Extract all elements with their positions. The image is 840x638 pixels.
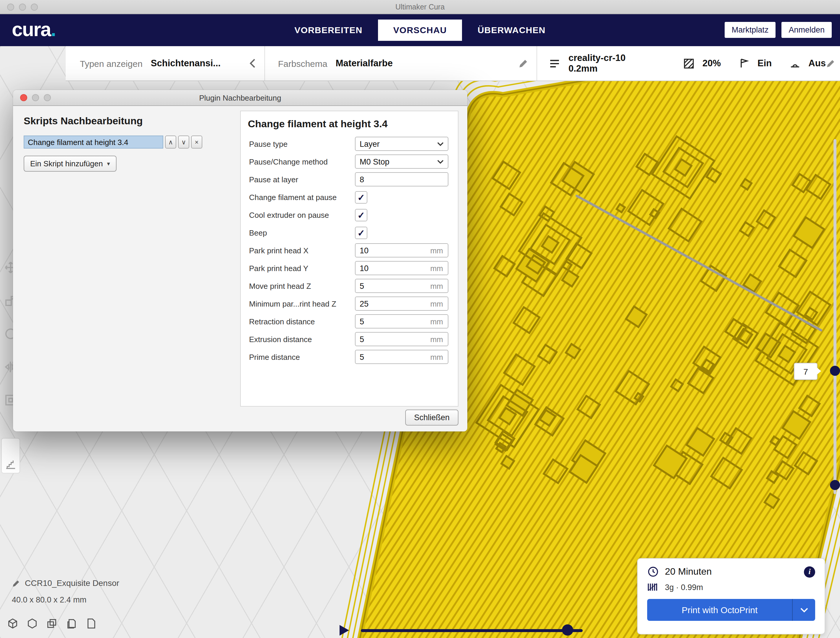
print-profile-icon xyxy=(549,58,560,68)
adhesion-value[interactable]: Aus xyxy=(808,58,826,69)
input-value: 8 xyxy=(360,175,364,184)
mesh-type-panel[interactable] xyxy=(1,438,20,473)
rename-model-icon[interactable] xyxy=(12,579,20,590)
park-head-x-input[interactable]: 10mm xyxy=(355,243,448,258)
field-label: Move print head Z xyxy=(241,282,355,290)
edit-settings-pencil-icon[interactable] xyxy=(826,58,835,68)
object-cube-outline-icon[interactable] xyxy=(27,618,38,629)
min-park-head-z-input[interactable]: 25mm xyxy=(355,296,448,311)
layer-slider-top-handle[interactable] xyxy=(830,366,840,376)
edit-pencil-icon[interactable] xyxy=(518,58,528,68)
dialog-titlebar[interactable]: Plugin Nachbearbeitung xyxy=(13,90,467,106)
layer-number-tooltip: 7 xyxy=(794,363,818,380)
check-icon: ✓ xyxy=(357,228,365,237)
unit-label: mm xyxy=(430,264,443,272)
unit-label: mm xyxy=(430,317,443,326)
scripts-heading: Skripts Nachbearbeitung xyxy=(24,116,231,127)
support-value[interactable]: Ein xyxy=(758,58,772,69)
input-value: 5 xyxy=(360,335,364,344)
infill-icon xyxy=(683,58,694,69)
layer-slider-bottom-handle[interactable] xyxy=(830,480,840,490)
chevron-down-icon xyxy=(437,142,444,146)
chevron-down-icon xyxy=(437,160,444,164)
script-list-row: Change filament at height 3.4 ∧ ∨ × xyxy=(24,136,231,149)
color-scheme-label: Farbschema xyxy=(278,58,327,68)
tab-vorbereiten[interactable]: VORBEREITEN xyxy=(279,19,378,41)
view-type-value[interactable]: Schichtenansi... xyxy=(151,58,221,69)
info-icon[interactable]: i xyxy=(804,566,815,577)
stage-tabs: VORBEREITEN VORSCHAU ÜBERWACHEN xyxy=(0,14,840,46)
sheet-icon[interactable] xyxy=(85,618,96,629)
tab-vorschau[interactable]: VORSCHAU xyxy=(378,19,462,41)
macos-titlebar: Ultimaker Cura xyxy=(0,0,840,14)
select-value: M0 Stop xyxy=(360,157,390,166)
print-options-chevron[interactable] xyxy=(792,599,815,621)
field-label: Prime distance xyxy=(241,352,355,361)
view-toolbar: Typen anzeigen Schichtenansi... Farbsche… xyxy=(66,46,840,81)
print-button-label: Print with OctoPrint xyxy=(647,605,792,615)
select-value: Layer xyxy=(360,139,380,148)
simulation-slider-handle[interactable] xyxy=(562,624,573,636)
script-settings-panel: Change filament at height 3.4 Pause type… xyxy=(240,111,458,407)
pause-at-layer-input[interactable]: 8 xyxy=(355,172,448,187)
sheets-icon[interactable] xyxy=(66,618,77,629)
dropdown-caret-icon: ▾ xyxy=(107,160,110,167)
marketplace-button[interactable]: Marktplatz xyxy=(725,22,776,38)
printer-profile[interactable]: creality-cr-10 0.2mm xyxy=(568,53,652,74)
adhesion-icon xyxy=(789,58,800,69)
add-script-button[interactable]: Ein Skript hinzufügen ▾ xyxy=(24,156,117,172)
selected-script-item[interactable]: Change filament at height 3.4 xyxy=(24,136,163,149)
model-size: 40.0 x 80.0 x 2.4 mm xyxy=(12,595,86,604)
move-head-z-input[interactable]: 5mm xyxy=(355,279,448,293)
prime-distance-input[interactable]: 5mm xyxy=(355,350,448,364)
simulation-slider-track[interactable] xyxy=(361,629,583,632)
cool-extruder-checkbox[interactable]: ✓ xyxy=(355,209,367,221)
move-script-down-button[interactable]: ∨ xyxy=(178,136,189,149)
park-head-y-input[interactable]: 10mm xyxy=(355,261,448,275)
change-filament-checkbox[interactable]: ✓ xyxy=(355,191,367,203)
field-label: Retraction distance xyxy=(241,317,355,326)
field-label: Minimum par...rint head Z xyxy=(241,299,355,308)
unit-label: mm xyxy=(430,246,443,255)
input-value: 5 xyxy=(360,317,364,326)
check-icon: ✓ xyxy=(357,211,365,219)
cura-application: Ultimaker Cura cura. VORBEREITEN VORSCHA… xyxy=(0,0,840,638)
input-value: 10 xyxy=(360,264,368,272)
app-header: cura. VORBEREITEN VORSCHAU ÜBERWACHEN Ma… xyxy=(0,14,840,46)
play-button[interactable] xyxy=(339,625,349,636)
add-script-label: Ein Skript hinzufügen xyxy=(30,159,103,168)
extrusion-distance-input[interactable]: 5mm xyxy=(355,332,448,346)
object-list-icons xyxy=(7,618,96,629)
input-value: 10 xyxy=(360,246,368,255)
signin-button[interactable]: Anmelden xyxy=(782,22,832,38)
window-title: Ultimaker Cura xyxy=(0,3,840,11)
layer-slider-track[interactable] xyxy=(834,139,836,494)
pause-type-select[interactable]: Layer xyxy=(355,137,448,151)
pause-method-select[interactable]: M0 Stop xyxy=(355,155,448,169)
print-time: 20 Minuten xyxy=(665,567,804,577)
check-icon: ✓ xyxy=(357,193,365,201)
material-usage-icon xyxy=(647,582,658,592)
object-cube-icon[interactable] xyxy=(7,618,18,629)
color-scheme-value[interactable]: Materialfarbe xyxy=(336,58,393,69)
material-usage: 3g · 0.99m xyxy=(665,583,703,592)
tab-ueberwachen[interactable]: ÜBERWACHEN xyxy=(462,19,561,41)
close-dialog-button[interactable]: Schließen xyxy=(405,410,458,426)
form-heading: Change filament at height 3.4 xyxy=(248,119,451,130)
print-with-octoprint-button[interactable]: Print with OctoPrint xyxy=(647,599,815,621)
field-label: Beep xyxy=(241,228,355,237)
view-type-label: Typen anzeigen xyxy=(80,58,142,68)
clock-icon xyxy=(647,566,659,578)
field-label: Cool extruder on pause xyxy=(241,211,355,219)
stairs-icon xyxy=(5,458,17,470)
duplicate-objects-icon[interactable] xyxy=(46,618,57,629)
remove-script-button[interactable]: × xyxy=(191,136,202,149)
beep-checkbox[interactable]: ✓ xyxy=(355,226,367,239)
move-script-up-button[interactable]: ∧ xyxy=(165,136,176,149)
chevron-left-icon[interactable] xyxy=(249,58,256,69)
field-label: Pause at layer xyxy=(241,175,355,184)
postprocessing-dialog: Plugin Nachbearbeitung Skripts Nachbearb… xyxy=(13,90,467,431)
infill-value[interactable]: 20% xyxy=(703,58,721,69)
support-icon xyxy=(739,58,749,69)
retraction-distance-input[interactable]: 5mm xyxy=(355,314,448,328)
